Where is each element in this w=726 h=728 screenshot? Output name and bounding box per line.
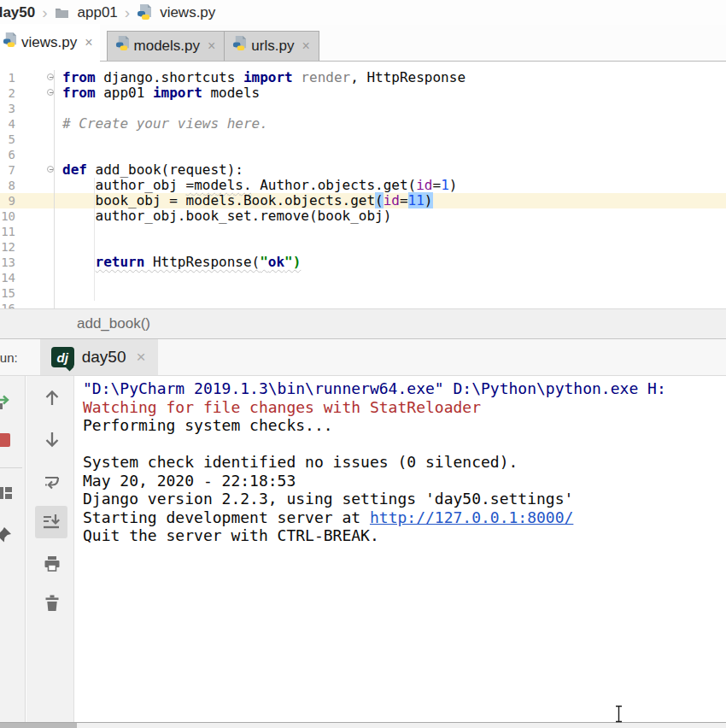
toolbar-separator [0,467,22,468]
server-url-link[interactable]: http://127.0.0.1:8000/ [370,508,573,526]
code-lines: 1from django.shortcuts import render, Ht… [0,62,726,308]
django-icon: dj [51,347,74,367]
folder-icon [55,7,69,19]
run-console-panel: "D:\PyCharm 2019.1.3\bin\runnerw64.exe" … [0,376,726,722]
breadcrumb-item-app01[interactable]: app01 [78,4,118,21]
python-file-icon [137,4,152,21]
code-text: from app01 import models [54,85,726,101]
line-number: 5 [0,132,15,147]
code-text: author_obj.book_set.remove(book_obj) [54,208,726,224]
code-line[interactable]: 14 [0,270,726,285]
python-file-icon [232,36,247,56]
console-text: Quit the server with CTRL-BREAK. [83,526,379,544]
code-line[interactable]: 13 return HttpResponse("ok") [0,255,726,270]
code-line[interactable]: 9 book_obj = models.Book.objects.get(id=… [0,193,726,208]
scroll-to-end-button[interactable] [35,506,67,538]
print-button[interactable] [40,552,64,576]
code-text: from django.shortcuts import render, Htt… [54,70,726,85]
line-number: 8 [0,178,15,193]
prev-occurrence-button[interactable] [40,386,64,410]
run-tab-day50[interactable]: dj day50 × [40,339,158,376]
soft-wrap-button[interactable] [40,470,64,494]
console-output[interactable]: "D:\PyCharm 2019.1.3\bin\runnerw64.exe" … [75,376,726,716]
code-token: id [416,177,432,193]
code-token: models [202,85,260,101]
scrollbar-thumb[interactable] [0,723,77,728]
tab-urls-py[interactable]: urls.py × [224,31,319,61]
code-text [54,147,726,162]
rerun-icon [0,392,14,413]
line-number: 7 [0,162,15,178]
code-line[interactable]: 6 [0,147,726,162]
code-line[interactable]: 4# Create your views here. [0,116,726,132]
gutter-fold-area [15,70,54,85]
ibeam-cursor [613,705,624,726]
context-function-label[interactable]: add_book() [77,315,150,332]
stop-icon [0,431,13,449]
line-number: 4 [0,116,15,132]
console-line: System check identified no issues (0 sil… [83,453,726,472]
breadcrumb-item-views[interactable]: views.py [160,4,215,21]
console-line: Starting development server at http://12… [83,508,726,527]
console-text: Performing system checks... [83,416,333,434]
restore-layout-button[interactable] [0,482,15,504]
soft-wrap-icon [42,472,62,492]
tab-label: urls.py [251,38,294,55]
fold-marker-icon[interactable] [47,73,54,80]
fold-marker-icon[interactable] [47,89,54,96]
code-token: , HttpResponse [350,69,465,85]
tab-views-py[interactable]: views.py × [0,24,100,62]
pin-button[interactable] [0,523,15,547]
clear-all-button[interactable] [40,591,64,615]
gutter-fold-area [15,285,54,301]
code-token [293,69,302,85]
console-text: System check identified no issues (0 sil… [83,453,518,471]
context-bar: add_book() [0,308,726,339]
fold-marker-icon[interactable] [47,166,54,173]
code-line[interactable]: 15 [0,285,726,301]
code-editor[interactable]: 1from django.shortcuts import render, Ht… [0,62,726,308]
code-line[interactable]: 5 [0,132,726,147]
gutter-fold-area [15,162,54,178]
stop-button[interactable] [0,429,15,451]
rerun-button[interactable] [0,391,15,414]
code-line[interactable]: 11 [0,224,726,239]
close-icon[interactable]: × [302,38,309,54]
chevron-right-icon: › [125,3,130,22]
code-token: add_book(request): [87,161,243,178]
code-token: app01 [96,85,153,101]
console-line [83,435,726,454]
line-number: 1 [0,70,15,85]
up-arrow-icon [42,388,62,408]
down-arrow-icon [42,429,62,449]
line-number: 14 [0,270,15,285]
code-token: render [301,69,350,85]
code-token: author_obj [62,177,186,193]
pycharm-window: day50 › app01 › views.py views.py × mode… [0,0,726,728]
next-occurrence-button[interactable] [40,427,64,451]
code-line[interactable]: 12 [0,239,726,255]
close-icon[interactable]: × [208,38,215,54]
code-text [54,285,726,301]
code-line[interactable]: 16 [0,301,726,308]
close-icon[interactable]: × [85,35,92,50]
gutter-fold-area [15,178,54,193]
code-line[interactable]: 7def add_book(request): [0,162,726,178]
code-line[interactable]: 10 author_obj.book_set.remove(book_obj) [0,208,726,224]
run-tab-label: day50 [82,348,126,367]
close-icon[interactable]: × [136,348,145,367]
scroll-to-end-icon [41,512,61,532]
line-number: 13 [0,255,15,270]
console-text: Starting development server at [83,508,370,526]
console-text: Django version 2.2.3, using settings 'da… [83,490,573,508]
code-line[interactable]: 3 [0,101,726,116]
gutter-fold-area [15,85,54,101]
code-line[interactable]: 8 author_obj =models. Author.objects.get… [0,178,726,193]
breadcrumb-item-day50[interactable]: day50 [0,4,35,21]
code-line[interactable]: 1from django.shortcuts import render, Ht… [0,70,726,85]
code-text [54,301,726,308]
gutter-fold-area [15,116,54,132]
tab-models-py[interactable]: models.py × [107,31,225,61]
console-text: "D:\PyCharm 2019.1.3\bin\runnerw64.exe" … [83,379,666,397]
code-line[interactable]: 2from app01 import models [0,85,726,101]
